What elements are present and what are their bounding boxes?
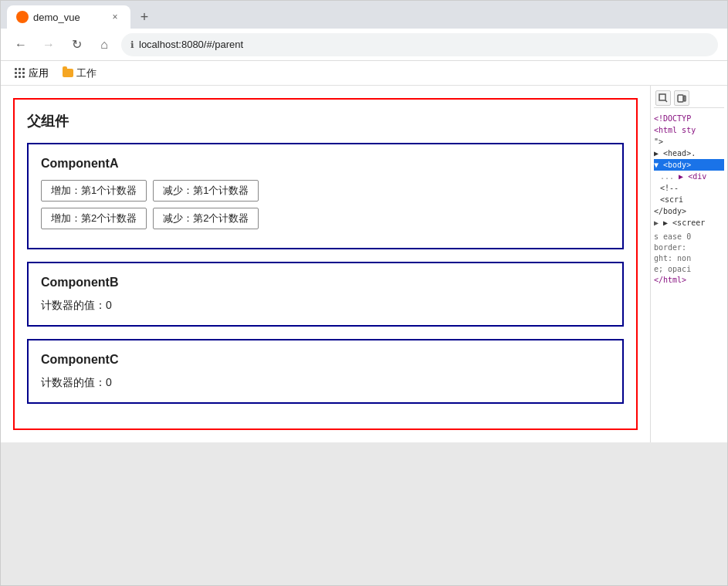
code-line-5: ▼ <body> — [654, 159, 724, 171]
browser-window: demo_vue × + ← → ↻ ⌂ ℹ localhost:8080/#/… — [0, 0, 728, 586]
bookmarks-bar: 应用 工作 — [1, 61, 727, 86]
component-a-title: ComponentA — [41, 157, 610, 171]
component-b-counter: 计数器的值：0 — [41, 299, 610, 313]
component-b-box: ComponentB 计数器的值：0 — [27, 262, 624, 327]
folder-icon — [63, 69, 73, 77]
code-line-8: <scri — [654, 194, 724, 205]
code-line-7: <!-- — [654, 182, 724, 194]
component-c-box: ComponentC 计数器的值：0 — [27, 339, 624, 404]
code-line-3: "> — [654, 136, 724, 147]
active-tab[interactable]: demo_vue × — [7, 5, 130, 29]
component-c-label: 计数器的值： — [41, 376, 106, 388]
component-a-box: ComponentA 增加：第1个计数器 减少：第1个计数器 增加：第2个计数器… — [27, 143, 624, 249]
code-line-6: ... ▶ <div — [654, 171, 724, 182]
apps-icon — [15, 68, 25, 79]
parent-title: 父组件 — [27, 112, 624, 130]
lock-icon: ℹ — [130, 39, 134, 50]
new-tab-button[interactable]: + — [134, 6, 155, 28]
address-text: localhost:8080/#/parent — [139, 39, 243, 50]
prop-line-2: border: — [654, 242, 724, 253]
app-main: 父组件 ComponentA 增加：第1个计数器 减少：第1个计数器 增加：第2… — [1, 86, 727, 442]
address-bar[interactable]: ℹ localhost:8080/#/parent — [121, 33, 718, 56]
btn-inc-counter2[interactable]: 增加：第2个计数器 — [41, 208, 147, 229]
prop-line-4: e; opaci — [654, 264, 724, 275]
svg-rect-1 — [659, 94, 665, 100]
left-panel: 父组件 ComponentA 增加：第1个计数器 减少：第1个计数器 增加：第2… — [1, 86, 650, 442]
devtools-panel: <!DOCTYP <html sty "> ▶ <head>. ▼ <body>… — [650, 86, 727, 442]
component-a-row1: 增加：第1个计数器 减少：第1个计数器 — [41, 180, 610, 202]
tab-close-button[interactable]: × — [109, 11, 121, 23]
work-label: 工作 — [76, 66, 97, 80]
devtools-code: <!DOCTYP <html sty "> ▶ <head>. ▼ <body>… — [654, 113, 724, 286]
code-line-9: </body> — [654, 205, 724, 217]
component-b-label: 计数器的值： — [41, 299, 106, 311]
apps-label: 应用 — [29, 66, 49, 80]
forward-button: → — [38, 34, 59, 56]
prop-line-3: ght: non — [654, 253, 724, 264]
inspect-icon-btn[interactable] — [655, 90, 671, 106]
prop-line-1: s ease 0 — [654, 232, 724, 242]
code-line-2: <html sty — [654, 124, 724, 136]
work-bookmark[interactable]: 工作 — [56, 65, 103, 82]
component-c-value: 0 — [106, 376, 112, 388]
btn-dec-counter2[interactable]: 减少：第2个计数器 — [153, 208, 259, 229]
svg-rect-3 — [678, 95, 683, 102]
tab-title: demo_vue — [33, 12, 80, 23]
svg-point-0 — [19, 13, 26, 21]
btn-dec-counter1[interactable]: 减少：第1个计数器 — [153, 180, 259, 202]
reload-button[interactable]: ↻ — [66, 34, 87, 56]
code-line-10: ▶ ▶ <screer — [654, 217, 724, 229]
component-b-title: ComponentB — [41, 276, 610, 290]
component-c-counter: 计数器的值：0 — [41, 376, 610, 390]
code-line-4: ▶ <head>. — [654, 147, 724, 159]
tab-bar: demo_vue × + — [1, 1, 727, 29]
back-button[interactable]: ← — [10, 34, 32, 56]
btn-inc-counter1[interactable]: 增加：第1个计数器 — [41, 180, 147, 202]
navigation-bar: ← → ↻ ⌂ ℹ localhost:8080/#/parent — [1, 29, 727, 61]
home-button[interactable]: ⌂ — [93, 34, 115, 56]
device-icon-btn[interactable] — [674, 90, 689, 106]
tab-favicon — [16, 11, 29, 23]
svg-line-2 — [665, 100, 667, 102]
component-b-value: 0 — [106, 299, 112, 311]
devtools-toolbar — [654, 89, 724, 108]
component-c-title: ComponentC — [41, 353, 610, 367]
prop-line-5: </html> — [654, 275, 724, 286]
parent-container: 父组件 ComponentA 增加：第1个计数器 减少：第1个计数器 增加：第2… — [13, 98, 638, 430]
apps-bookmark[interactable]: 应用 — [10, 65, 53, 82]
component-a-row2: 增加：第2个计数器 减少：第2个计数器 — [41, 208, 610, 229]
svg-rect-4 — [684, 96, 686, 101]
devtools-props: s ease 0 border: ght: non e; opaci </htm… — [654, 232, 724, 286]
code-line-1: <!DOCTYP — [654, 113, 724, 124]
